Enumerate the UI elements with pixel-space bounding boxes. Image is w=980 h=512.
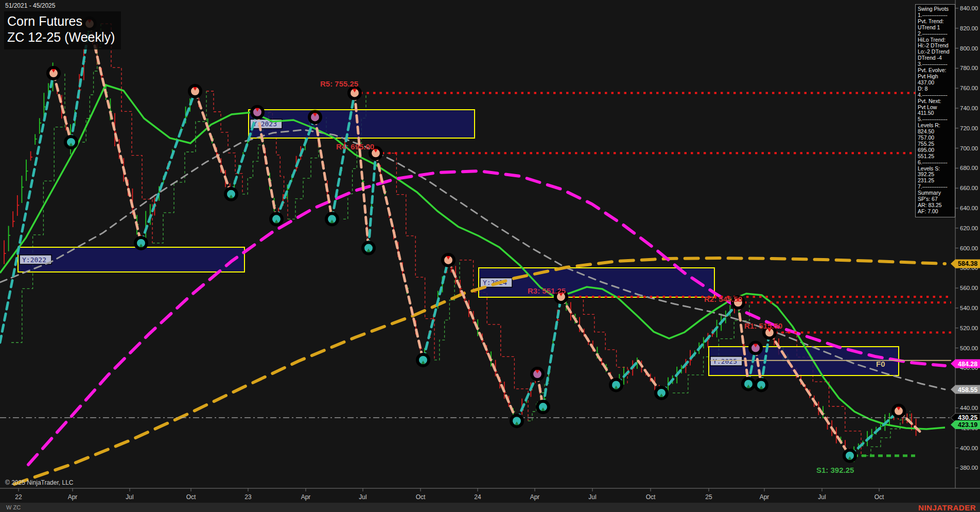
- price-tick-label: 800.00: [960, 45, 978, 52]
- price-tick-label: 760.00: [960, 85, 978, 91]
- swing-pivots-panel-line: 2.--------------: [918, 31, 954, 37]
- price-tick-label: 380.00: [960, 465, 978, 471]
- pivot-markers: [48, 18, 904, 462]
- time-tick-label: Apr: [68, 493, 78, 501]
- price-tick-label: 620.00: [960, 225, 978, 231]
- zigzag-down-segment: [561, 297, 616, 385]
- price-tick-label: 540.00: [960, 305, 978, 311]
- swing-pivots-panel-line: D: 8: [918, 86, 954, 92]
- time-tick-label: 22: [15, 493, 22, 501]
- time-tick-label: Jul: [359, 493, 366, 501]
- contract-label: ZC 12-25 (Weekly): [7, 29, 115, 45]
- swing-pivots-panel: Swing Pivots1.--------------Pvt. Trend:U…: [915, 4, 955, 217]
- zigzag-up-segment: [543, 297, 561, 407]
- level-label-r4: R4: 695.00: [336, 142, 374, 151]
- time-tick-label: Oct: [646, 493, 656, 501]
- price-chart-canvas[interactable]: Y:2022Y:2023Y:2024Y:2025 R5: 755.25R4: 6…: [0, 0, 980, 512]
- level-label-r1: R1: 515.50: [744, 321, 782, 330]
- price-tick-label: 720.00: [960, 125, 978, 131]
- swing-pivots-panel-line: UTrend 1: [918, 25, 954, 31]
- price-tag-label: 458.55: [958, 386, 977, 394]
- time-tick-label: Oct: [874, 493, 884, 501]
- price-tick-label: 400.00: [960, 445, 978, 451]
- level-label-r3: R3: 551.25: [528, 286, 566, 295]
- zigzag-up-segment: [0, 73, 54, 343]
- status-bar: W ZC NINJATRADER: [0, 503, 980, 512]
- price-tick-label: 500.00: [960, 345, 978, 351]
- copyright-text: © 2025 NinjaTrader, LLC: [5, 479, 73, 486]
- price-tick-label: 820.00: [960, 25, 978, 31]
- zigzag-down-segment: [90, 24, 141, 243]
- year-box: [18, 247, 244, 272]
- time-tick-label: Apr: [760, 493, 769, 501]
- swing-pivots-panel-line: Pvt. Next:: [918, 98, 954, 105]
- stop-step-up: [11, 73, 65, 343]
- stop-step-down: [101, 24, 152, 243]
- price-tick-label: 640.00: [960, 205, 978, 211]
- year-box: [479, 268, 714, 297]
- price-tag-label: 423.19: [958, 421, 977, 429]
- swing-pivots-panel-line: 4.--------------: [918, 92, 954, 98]
- year-box: [249, 110, 475, 138]
- price-tick-label: 780.00: [960, 65, 978, 71]
- zigzag-up-segment: [141, 91, 195, 243]
- swing-pivots-panel-line: 437.00: [918, 80, 954, 86]
- year-box-label: Y:2025: [713, 357, 737, 365]
- time-tick-label: Jul: [126, 493, 133, 501]
- price-tick-label: 740.00: [960, 105, 978, 111]
- zigzag-down-segment: [195, 91, 231, 194]
- time-tick-label: Oct: [416, 493, 426, 501]
- price-tick-label: 840.00: [960, 5, 978, 11]
- stop-step-down: [572, 297, 627, 385]
- stop-step-down: [387, 153, 434, 360]
- zigzag-up-segment: [369, 153, 376, 248]
- year-box-label: Y:2022: [22, 256, 46, 264]
- chart-title-block: Corn Futures ZC 12-25 (Weekly): [4, 11, 121, 49]
- swing-pivots-panel-line: 551.25: [918, 153, 954, 160]
- time-tick-label: Apr: [301, 493, 311, 501]
- price-tick-label: 600.00: [960, 245, 978, 251]
- price-tick-label: 560.00: [960, 285, 978, 291]
- price-tag-label: 484.28: [958, 361, 977, 368]
- level-label-s1: S1: 392.25: [816, 466, 854, 474]
- price-tick-label: 660.00: [960, 185, 978, 191]
- zigzag-up-segment: [423, 260, 448, 360]
- time-axis[interactable]: 22AprJulOct23AprJulOct24AprJulOct25AprJu…: [0, 488, 980, 501]
- date-range-label: 51/2021 - 45/2025: [5, 2, 55, 9]
- price-tick-label: 700.00: [960, 145, 978, 151]
- time-tick-label: Jul: [588, 493, 596, 501]
- swing-pivots-panel-line: Pvt. Trend:: [918, 19, 954, 25]
- swing-pivots-panel-line: AF: 7.00: [918, 209, 954, 215]
- instrument-name: Corn Futures: [7, 13, 115, 29]
- price-tick-label: 440.00: [960, 405, 978, 411]
- zigzag-down-segment: [54, 73, 71, 142]
- instrument-badge: W ZC: [6, 504, 21, 510]
- ninjatrader-logo: NINJATRADER: [918, 503, 976, 512]
- support-resistance-lines: [0, 93, 951, 455]
- time-tick-label: Apr: [530, 493, 540, 501]
- level-label-r5: R5: 755.25: [320, 79, 358, 88]
- time-tick-label: Oct: [186, 493, 196, 501]
- zigzag-up-segment: [517, 374, 537, 421]
- price-tag-label: 584.38: [958, 260, 977, 267]
- level-label-f0: F0: [876, 360, 885, 368]
- ninjatrader-chart-window: Y:2022Y:2023Y:2024Y:2025 R5: 755.25R4: 6…: [0, 0, 980, 512]
- swing-pivots-panel-line: 6.--------------: [918, 160, 954, 166]
- price-tick-label: 520.00: [960, 325, 978, 331]
- zigzag-up-segment: [850, 411, 899, 456]
- swing-pivots-panel-line: 695.00: [918, 147, 954, 153]
- moving-averages: [0, 85, 945, 484]
- time-tick-label: 24: [474, 493, 481, 501]
- price-tick-label: 680.00: [960, 165, 978, 171]
- time-tick-label: 23: [244, 493, 252, 501]
- time-tick-label: Jul: [818, 493, 826, 501]
- time-tick-label: 25: [705, 493, 712, 501]
- ma-magenta-dashed: [28, 171, 945, 465]
- level-label-r2: R2: 545.50: [704, 295, 742, 303]
